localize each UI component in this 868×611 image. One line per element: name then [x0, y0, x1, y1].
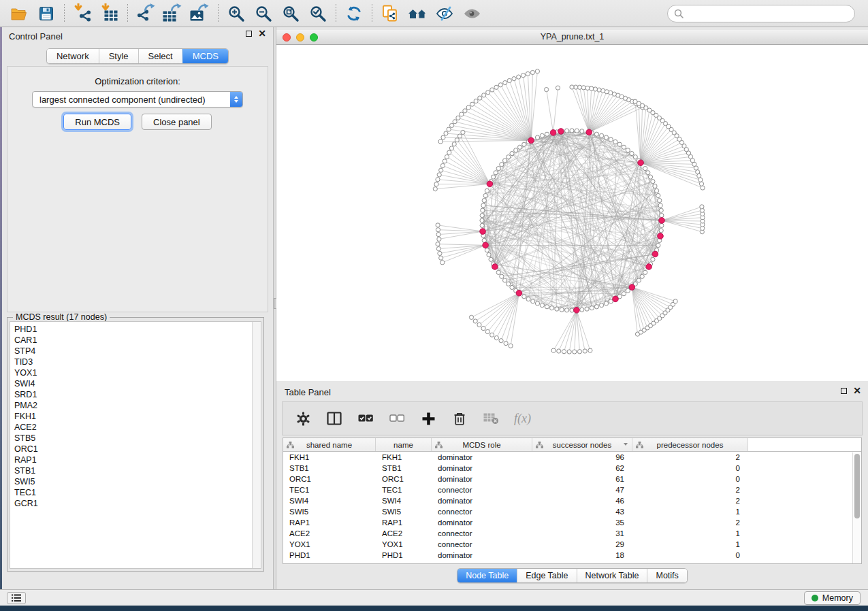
search-input[interactable]: [688, 9, 854, 19]
table-row[interactable]: ORC1ORC1dominator610: [283, 474, 861, 484]
graph-node[interactable]: [436, 242, 440, 246]
graph-node[interactable]: [699, 182, 703, 186]
graph-node[interactable]: [503, 278, 507, 282]
graph-hub-node[interactable]: [492, 264, 498, 270]
graph-node[interactable]: [509, 344, 513, 348]
graph-node[interactable]: [555, 307, 559, 311]
tab-edge-table[interactable]: Edge Table: [517, 569, 576, 582]
graph-hub-node[interactable]: [629, 284, 635, 291]
result-item[interactable]: ORC1: [14, 444, 261, 455]
result-item[interactable]: TEC1: [14, 487, 261, 498]
scrollbar-thumb[interactable]: [854, 454, 860, 518]
graph-node[interactable]: [482, 199, 486, 203]
graph-node[interactable]: [439, 256, 443, 260]
column-header-successor-nodes[interactable]: successor nodes: [532, 438, 632, 451]
result-item[interactable]: STP4: [14, 346, 261, 357]
graph-node[interactable]: [503, 81, 507, 85]
graph-node[interactable]: [530, 70, 534, 74]
export-table-button[interactable]: [159, 3, 187, 24]
graph-node[interactable]: [485, 329, 489, 333]
graph-node[interactable]: [437, 237, 441, 241]
graph-node[interactable]: [604, 135, 608, 139]
graph-node[interactable]: [570, 129, 574, 133]
graph-node[interactable]: [633, 99, 637, 103]
close-window-icon[interactable]: [283, 33, 291, 42]
table-row[interactable]: SWI5SWI5connector431: [283, 506, 861, 517]
graph-node[interactable]: [456, 116, 460, 120]
run-mcds-button[interactable]: Run MCDS: [63, 114, 131, 130]
copy-share-button[interactable]: [376, 3, 404, 24]
graph-hub-node[interactable]: [483, 242, 489, 248]
export-network-button[interactable]: [132, 3, 159, 24]
graph-node[interactable]: [485, 248, 489, 252]
minimize-window-icon[interactable]: [296, 33, 304, 42]
graph-node[interactable]: [617, 142, 622, 146]
result-item[interactable]: STB5: [14, 433, 261, 444]
graph-node[interactable]: [482, 93, 486, 97]
graph-node[interactable]: [646, 171, 650, 175]
result-item[interactable]: PMA2: [14, 400, 261, 411]
graph-node[interactable]: [481, 203, 485, 208]
graph-node[interactable]: [651, 257, 655, 261]
graph-node[interactable]: [485, 188, 489, 193]
graph-node[interactable]: [556, 86, 560, 90]
graph-node[interactable]: [593, 87, 597, 91]
graph-node[interactable]: [659, 229, 663, 233]
graph-node[interactable]: [490, 333, 494, 337]
graph-node[interactable]: [434, 182, 438, 186]
graph-node[interactable]: [500, 163, 504, 167]
graph-hub-node[interactable]: [516, 291, 522, 297]
graph-node[interactable]: [526, 71, 530, 76]
graph-node[interactable]: [491, 175, 495, 179]
graph-node[interactable]: [490, 88, 494, 92]
network-window-titlebar[interactable]: YPA_prune.txt_1: [276, 30, 868, 45]
tab-node-table[interactable]: Node Table: [457, 569, 517, 582]
graph-node[interactable]: [522, 295, 526, 299]
graph-node[interactable]: [585, 307, 589, 311]
graph-node[interactable]: [461, 130, 465, 134]
column-header-predecessor-nodes[interactable]: predecessor nodes: [632, 438, 748, 451]
create-column-button[interactable]: [420, 410, 436, 427]
graph-node[interactable]: [436, 233, 440, 237]
graph-node[interactable]: [565, 308, 569, 312]
table-row[interactable]: STB1STB1dominator620: [283, 463, 861, 474]
graph-node[interactable]: [439, 168, 443, 172]
graph-node[interactable]: [499, 339, 503, 343]
graph-node[interactable]: [660, 223, 664, 227]
graph-node[interactable]: [438, 139, 443, 144]
graph-node[interactable]: [597, 88, 601, 92]
result-item[interactable]: SRD1: [14, 389, 261, 400]
graph-node[interactable]: [517, 75, 521, 79]
graph-node[interactable]: [535, 69, 539, 73]
graph-node[interactable]: [478, 96, 482, 100]
graph-node[interactable]: [503, 159, 507, 163]
graph-node[interactable]: [594, 305, 598, 309]
graph-node[interactable]: [588, 348, 592, 352]
memory-button[interactable]: Memory: [804, 591, 861, 605]
graph-node[interactable]: [436, 247, 440, 251]
zoom-fit-button[interactable]: [277, 3, 304, 24]
result-item[interactable]: RAP1: [14, 455, 261, 465]
graph-node[interactable]: [521, 73, 525, 78]
graph-node[interactable]: [507, 282, 511, 286]
column-header-shared-name[interactable]: shared name: [283, 438, 376, 451]
graph-node[interactable]: [540, 133, 544, 137]
graph-node[interactable]: [522, 142, 526, 146]
graph-node[interactable]: [651, 180, 655, 184]
graph-node[interactable]: [477, 323, 481, 327]
graph-node[interactable]: [514, 148, 518, 152]
graph-node[interactable]: [562, 350, 566, 354]
graph-node[interactable]: [487, 252, 491, 257]
graph-node[interactable]: [474, 99, 478, 103]
graph-node[interactable]: [626, 148, 630, 152]
export-image-button[interactable]: [187, 3, 214, 24]
graph-node[interactable]: [453, 120, 457, 124]
graph-hub-node[interactable]: [558, 129, 564, 135]
graph-node[interactable]: [640, 274, 644, 278]
graph-node[interactable]: [444, 131, 448, 135]
tab-motifs[interactable]: Motifs: [647, 569, 686, 582]
save-session-button[interactable]: [33, 3, 60, 24]
graph-hub-node[interactable]: [646, 264, 652, 270]
graph-node[interactable]: [609, 137, 613, 142]
graph-node[interactable]: [540, 303, 544, 308]
